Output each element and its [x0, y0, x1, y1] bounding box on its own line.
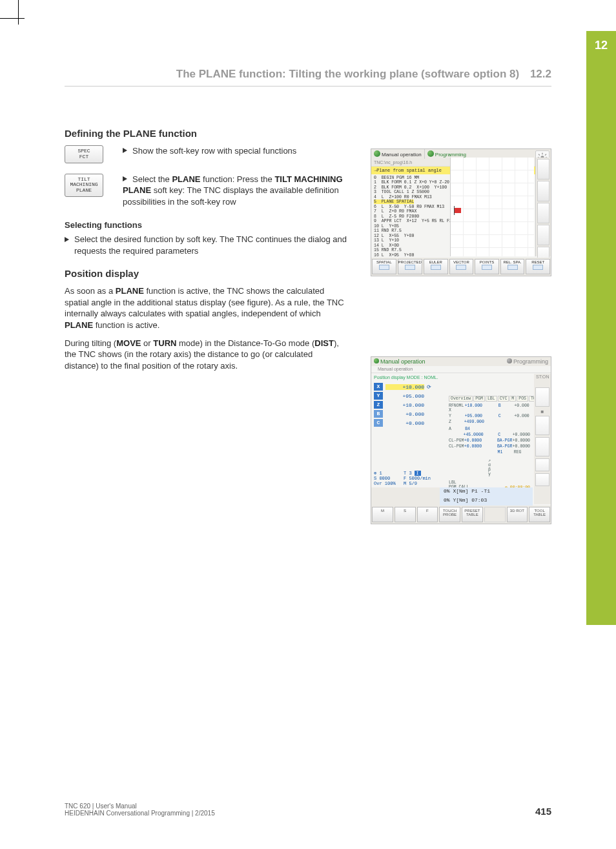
svg-rect-1 — [542, 153, 542, 155]
fig1-softkey: POINTS — [475, 259, 499, 274]
fig2-softkey: M — [372, 507, 393, 522]
heading-define: Defining the PLANE function — [65, 128, 551, 139]
fig2-subtitle: Manual operation — [371, 366, 551, 373]
fig1-softkey: RESET — [526, 259, 550, 274]
fig1-softkey-row: SPATIALPROJECTEDEULERVECTORPOINTSREL. SP… — [371, 258, 551, 276]
fig2-softkey: TOOL TABLE — [529, 507, 550, 522]
fig2-position-mode-label: Position display MODE : NOML. — [371, 374, 533, 381]
fig1-softkey: REL. SPA. — [500, 259, 525, 274]
section-number: 12.2 — [530, 68, 551, 80]
header-rule — [65, 86, 551, 87]
tilt-machining-plane-key: TILT MACHINING PLANE — [65, 174, 103, 197]
step2-text: Select the PLANE function: Press the TIL… — [123, 174, 349, 208]
fig1-softkey: SPATIAL — [372, 259, 396, 274]
fig1-softkey: PROJECTED — [398, 259, 422, 274]
fig2-mode-programming: Programming — [507, 358, 548, 365]
select-instruction: Select the desired function by soft key.… — [65, 234, 349, 256]
fig2-softkey — [484, 507, 506, 522]
figure-manual-operation-screen: Manual operation Programming Manual oper… — [371, 356, 551, 524]
page-footer: TNC 620 | User's Manual HEIDENHAIN Conve… — [65, 803, 551, 817]
svg-rect-8 — [545, 154, 547, 156]
arrow-icon — [123, 148, 127, 153]
fig2-softkey: 3D ROT — [507, 507, 528, 522]
arrow-icon — [65, 237, 69, 242]
flag-icon — [455, 208, 461, 213]
fig1-softkey: VECTOR — [449, 259, 474, 274]
side-tab: 12 — [586, 31, 616, 625]
page-number: 415 — [535, 806, 551, 817]
page-header: The PLANE function: Tilting the working … — [65, 68, 551, 87]
fig2-mode-manual: Manual operation — [374, 358, 426, 365]
position-para-2: During tilting (MOVE or TURN mode) in th… — [65, 338, 349, 372]
fig1-graphic-area — [450, 158, 534, 256]
fig1-right-sidebar — [535, 158, 551, 256]
fig2-softkey: TOUCH PROBE — [439, 507, 460, 522]
fig2-softkey: PRESET TABLE — [462, 507, 483, 522]
crop-marks — [0, 0, 39, 39]
fig2-load-bars: 0% X[Nm] P1 -T10% Y[Nm] 07:03 — [371, 487, 533, 506]
page-title-text: The PLANE function: Tilting the working … — [176, 68, 519, 80]
fig2-softkey-row: MSFTOUCH PROBEPRESET TABLE3D ROTTOOL TAB… — [371, 506, 551, 524]
fig2-right-sidebar: ST:ON ■ — [534, 374, 551, 504]
footer-text: TNC 620 | User's Manual HEIDENHAIN Conve… — [65, 803, 215, 817]
svg-rect-5 — [539, 154, 540, 156]
fig1-softkey: EULER — [424, 259, 448, 274]
fig2-softkey: F — [417, 507, 438, 522]
fig2-status-block: ⊗ 1T 3IS 0000F 5000/minOvr 100%M 5/9 — [374, 471, 530, 486]
spec-fct-key: SPEC FCT — [65, 145, 103, 163]
step1-text: Show the soft-key row with special funct… — [123, 145, 349, 157]
figure-programming-screen: Manual operation Programming TNC:\nc_pro… — [371, 148, 551, 276]
fig1-mode-manual: Manual operation — [371, 149, 424, 159]
side-tab-number: 12 — [586, 31, 616, 52]
fig2-softkey: S — [395, 507, 416, 522]
arrow-icon — [123, 176, 127, 181]
page-title: The PLANE function: Tilting the working … — [65, 68, 551, 81]
position-para-1: As soon as a PLANE function is active, t… — [65, 285, 349, 331]
